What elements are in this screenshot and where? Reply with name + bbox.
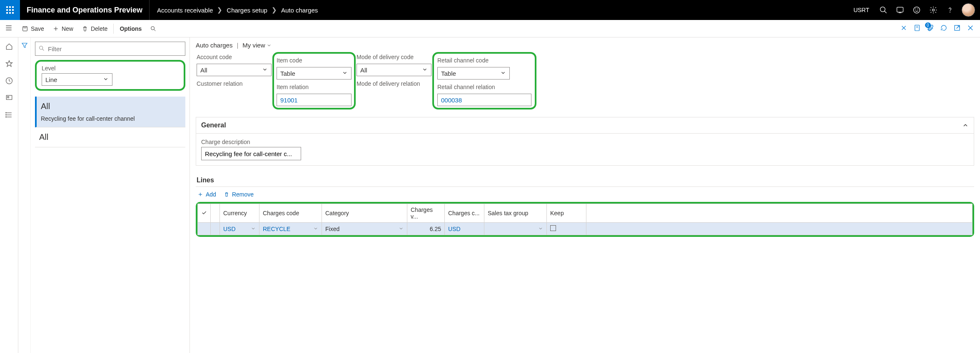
cell-category[interactable]: Fixed — [322, 223, 407, 235]
save-label: Save — [31, 25, 44, 32]
search-icon[interactable] — [878, 5, 888, 15]
chevron-down-icon — [342, 70, 348, 77]
filter-input[interactable] — [35, 42, 185, 56]
attachments-button[interactable]: 0 — [927, 24, 934, 33]
add-label: Add — [206, 191, 216, 198]
row-select[interactable] — [198, 223, 211, 235]
delete-button[interactable]: Delete — [77, 20, 112, 37]
smile-icon[interactable] — [912, 5, 922, 15]
popout-icon[interactable] — [953, 24, 961, 33]
general-header[interactable]: General — [196, 117, 974, 133]
connector-icon[interactable] — [900, 24, 908, 33]
row-marker — [211, 223, 220, 235]
office-icon[interactable] — [913, 24, 921, 33]
retail-channel-relation-value: 000038 — [441, 97, 462, 104]
nav-rail — [0, 37, 18, 353]
table-row[interactable]: USD RECYCLE Fixed 6.25 USD — [198, 223, 973, 235]
col-charges-value[interactable]: Charges v... — [407, 204, 445, 223]
chevron-down-icon — [538, 226, 543, 232]
col-sales-tax-group[interactable]: Sales tax group — [484, 204, 547, 223]
top-bar: Finance and Operations Preview Accounts … — [0, 0, 980, 20]
options-label: Options — [120, 25, 142, 32]
svg-rect-16 — [915, 25, 920, 31]
home-icon[interactable] — [5, 42, 13, 52]
favorite-icon[interactable] — [5, 60, 13, 69]
cell-charges-code[interactable]: RECYCLE — [259, 223, 322, 235]
gear-icon[interactable] — [928, 5, 938, 15]
mode-delivery-code-label: Mode of delivery code — [356, 52, 432, 62]
help-icon[interactable] — [945, 5, 955, 15]
breadcrumb-item[interactable]: Charges setup — [227, 7, 267, 14]
col-spacer — [586, 204, 973, 223]
lines-grid-highlight: Currency Charges code Category Charges v… — [196, 202, 974, 237]
search-icon — [38, 45, 45, 52]
account-code-select[interactable]: All — [197, 64, 272, 76]
cell-keep[interactable] — [547, 223, 586, 235]
col-keep[interactable]: Keep — [547, 204, 586, 223]
list-item-secondary: Recycling fee for call-center channel — [41, 115, 181, 122]
new-button[interactable]: New — [48, 20, 77, 37]
hamburger-icon[interactable] — [0, 24, 17, 33]
col-charges-currency[interactable]: Charges c... — [445, 204, 484, 223]
item-code-select[interactable]: Table — [277, 67, 352, 80]
app-launcher-button[interactable] — [0, 0, 20, 20]
retail-channel-relation-label: Retail channel relation — [436, 82, 532, 92]
cell-charges-currency[interactable]: USD — [445, 223, 484, 235]
modules-icon[interactable] — [5, 111, 13, 120]
cell-currency[interactable]: USD — [220, 223, 259, 235]
header-fields: Account code All Customer relation Item … — [196, 52, 974, 109]
retail-channel-code-select[interactable]: Table — [437, 67, 510, 80]
filter-input-wrap — [35, 42, 185, 56]
charge-desc-input[interactable] — [201, 147, 301, 160]
message-icon[interactable] — [895, 5, 905, 15]
chevron-down-icon — [313, 226, 318, 232]
workspace-icon[interactable] — [5, 94, 13, 103]
svg-point-0 — [880, 7, 885, 12]
lines-grid: Currency Charges code Category Charges v… — [197, 204, 973, 235]
breadcrumb-item[interactable]: Accounts receivable — [157, 7, 213, 14]
col-category[interactable]: Category — [322, 204, 407, 223]
filter-toggle[interactable] — [18, 37, 31, 353]
cell-sales-tax-group[interactable] — [484, 223, 547, 235]
customer-relation-label: Customer relation — [196, 79, 272, 89]
retail-channel-relation-input[interactable]: 000038 — [437, 94, 531, 106]
col-currency[interactable]: Currency — [220, 204, 259, 223]
svg-point-27 — [5, 114, 6, 115]
account-code-label: Account code — [196, 52, 272, 62]
col-charges-code[interactable]: Charges code — [259, 204, 322, 223]
item-relation-input[interactable]: 91001 — [277, 94, 352, 106]
recent-icon[interactable] — [5, 77, 13, 86]
chevron-down-icon — [399, 226, 404, 232]
item-code-value: Table — [280, 70, 295, 77]
chevron-up-icon — [962, 122, 969, 129]
level-select[interactable]: Line — [42, 73, 112, 86]
mode-delivery-code-value: All — [360, 67, 367, 74]
svg-point-7 — [950, 12, 950, 12]
chevron-down-icon — [267, 43, 272, 48]
chevron-down-icon — [251, 226, 256, 232]
cell-charges-value[interactable]: 6.25 — [407, 223, 445, 235]
list-item[interactable]: All — [35, 127, 185, 147]
add-line-button[interactable]: Add — [197, 191, 216, 198]
close-icon[interactable] — [967, 24, 974, 33]
save-button[interactable]: Save — [17, 20, 48, 37]
general-section: General Charge description — [196, 117, 974, 166]
options-button[interactable]: Options — [115, 20, 146, 37]
select-all-header[interactable] — [198, 204, 211, 223]
legal-entity[interactable]: USRT — [853, 7, 872, 13]
breadcrumb-item[interactable]: Auto charges — [281, 7, 318, 14]
general-title: General — [201, 122, 226, 129]
retail-channel-code-label: Retail channel code — [436, 55, 532, 65]
retail-channel-highlight: Retail channel code Table Retail channel… — [432, 52, 536, 109]
view-selector[interactable]: My view — [242, 42, 272, 49]
remove-line-button[interactable]: Remove — [224, 191, 254, 198]
retail-channel-code-value: Table — [441, 70, 456, 77]
avatar[interactable] — [962, 3, 975, 17]
search-action[interactable] — [146, 20, 161, 37]
mode-delivery-code-select[interactable]: All — [357, 64, 431, 76]
svg-line-15 — [154, 29, 156, 31]
list-item-primary: All — [39, 132, 181, 142]
list-item[interactable]: All Recycling fee for call-center channe… — [35, 97, 185, 127]
refresh-icon[interactable] — [940, 24, 948, 33]
account-code-value: All — [200, 67, 207, 74]
